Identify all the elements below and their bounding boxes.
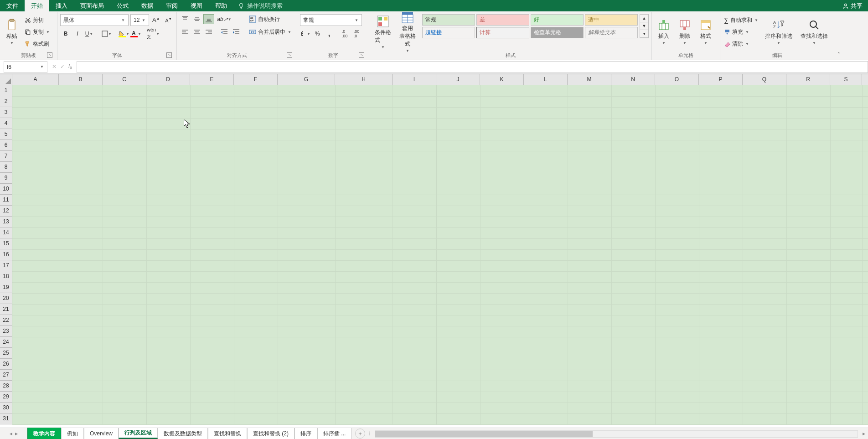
sheet-tab-8[interactable]: 排序插 ... (317, 428, 351, 439)
row-header-19[interactable]: 19 (0, 282, 12, 293)
sheet-nav-next[interactable]: ▸ (15, 430, 18, 437)
sheet-tab-4[interactable]: 数据及数据类型 (158, 428, 208, 439)
comma-button[interactable]: , (324, 29, 335, 39)
clear-button[interactable]: 清除▼ (723, 39, 760, 49)
tab-insert[interactable]: 插入 (49, 0, 74, 11)
styles-scroll-down[interactable]: ▼ (640, 22, 648, 30)
row-header-28[interactable]: 28 (0, 381, 12, 392)
style-normal[interactable]: 常规 (422, 14, 475, 26)
column-header-M[interactable]: M (568, 74, 611, 85)
column-header-F[interactable]: F (234, 74, 278, 85)
column-header-N[interactable]: N (611, 74, 655, 85)
delete-cells-button[interactable]: 删除▼ (676, 14, 694, 50)
sheet-tab-5[interactable]: 查找和替换 (208, 428, 247, 439)
fill-button[interactable]: 填充▼ (723, 27, 760, 37)
tab-formula[interactable]: 公式 (110, 0, 135, 11)
sheet-tab-3[interactable]: 行列及区域 (119, 428, 158, 439)
horizontal-scrollbar[interactable] (375, 429, 858, 438)
sheet-nav-prev[interactable]: ◂ (10, 430, 12, 437)
share-button[interactable]: 共享 (842, 2, 863, 10)
tell-me-search[interactable]: 操作说明搜索 (238, 2, 283, 10)
column-header-P[interactable]: P (699, 74, 743, 85)
decrease-decimal-button[interactable]: .00.0 (351, 29, 362, 39)
sheet-tab-7[interactable]: 排序 (294, 428, 317, 439)
accounting-format-button[interactable]: ₿▼ (300, 29, 311, 39)
row-header-2[interactable]: 2 (0, 96, 12, 107)
increase-indent-button[interactable] (231, 27, 242, 37)
style-neutral[interactable]: 适中 (585, 14, 638, 26)
paste-button[interactable]: 粘贴 ▼ (3, 14, 21, 50)
row-header-18[interactable]: 18 (0, 271, 12, 282)
font-color-button[interactable]: A▼ (130, 29, 141, 39)
sort-filter-button[interactable]: AZ 排序和筛选▼ (762, 14, 795, 50)
sheet-tab-0[interactable]: 教学内容 (27, 428, 61, 439)
increase-decimal-button[interactable]: .0.00 (339, 29, 350, 39)
sheet-tab-6[interactable]: 查找和替换 (2) (247, 428, 294, 439)
column-header-A[interactable]: A (12, 74, 59, 85)
font-name-select[interactable]: 黑体▼ (60, 14, 129, 26)
insert-cells-button[interactable]: 插入▼ (655, 14, 673, 50)
row-header-8[interactable]: 8 (0, 162, 12, 173)
tab-data[interactable]: 数据 (135, 0, 160, 11)
column-header-J[interactable]: J (436, 74, 480, 85)
row-header-13[interactable]: 13 (0, 217, 12, 227)
row-header-11[interactable]: 11 (0, 195, 12, 206)
sheet-tab-2[interactable]: Overview (84, 428, 119, 439)
number-dialog-launcher[interactable]: ⤡ (359, 52, 364, 58)
row-header-9[interactable]: 9 (0, 173, 12, 184)
row-header-27[interactable]: 27 (0, 370, 12, 381)
percent-button[interactable]: % (312, 29, 323, 39)
decrease-font-button[interactable]: A▼ (163, 15, 174, 25)
align-center-button[interactable] (191, 27, 202, 37)
align-left-button[interactable] (180, 27, 191, 37)
column-header-O[interactable]: O (655, 74, 699, 85)
font-dialog-launcher[interactable]: ⤡ (166, 52, 172, 58)
cancel-formula-button[interactable]: ✕ (52, 63, 57, 70)
format-cells-button[interactable]: 格式▼ (697, 14, 715, 50)
row-header-7[interactable]: 7 (0, 151, 12, 162)
tab-help[interactable]: 帮助 (209, 0, 233, 11)
decrease-indent-button[interactable] (219, 27, 230, 37)
align-right-button[interactable] (203, 27, 214, 37)
new-sheet-button[interactable]: ＋ (355, 429, 365, 439)
row-header-3[interactable]: 3 (0, 107, 12, 118)
column-header-E[interactable]: E (190, 74, 234, 85)
align-bottom-button[interactable] (203, 14, 214, 24)
row-header-10[interactable]: 10 (0, 184, 12, 195)
style-explanatory[interactable]: 解释性文本 (585, 27, 638, 38)
row-header-17[interactable]: 17 (0, 260, 12, 271)
style-bad[interactable]: 差 (476, 14, 529, 26)
tab-review[interactable]: 审阅 (160, 0, 184, 11)
cut-button[interactable]: 剪切 (24, 15, 51, 25)
row-header-12[interactable]: 12 (0, 206, 12, 217)
scroll-right-button[interactable]: ▸ (863, 430, 865, 437)
column-header-B[interactable]: B (59, 74, 103, 85)
column-header-D[interactable]: D (146, 74, 190, 85)
fill-color-button[interactable]: ▼ (119, 29, 129, 39)
styles-scroll-up[interactable]: ▲ (640, 15, 648, 22)
underline-button[interactable]: U▼ (84, 29, 95, 39)
align-middle-button[interactable] (191, 14, 202, 24)
style-check-cell[interactable]: 检查单元格 (531, 27, 584, 38)
find-select-button[interactable]: 查找和选择▼ (798, 14, 831, 50)
select-all-button[interactable] (0, 74, 12, 85)
format-as-table-button[interactable]: 套用 表格格式▼ (397, 14, 418, 50)
row-header-21[interactable]: 21 (0, 304, 12, 315)
row-header-22[interactable]: 22 (0, 315, 12, 326)
column-header-I[interactable]: I (393, 74, 436, 85)
worksheet-grid[interactable] (12, 85, 868, 424)
collapse-ribbon-button[interactable]: ˄ (837, 52, 840, 58)
tab-file[interactable]: 文件 (0, 0, 25, 11)
styles-more[interactable]: ▾ (640, 30, 648, 38)
border-button[interactable]: ▼ (101, 29, 112, 39)
column-header-K[interactable]: K (480, 74, 524, 85)
row-header-26[interactable]: 26 (0, 359, 12, 370)
fx-button[interactable]: fx (68, 63, 72, 70)
row-header-6[interactable]: 6 (0, 140, 12, 151)
tab-layout[interactable]: 页面布局 (74, 0, 110, 11)
row-header-5[interactable]: 5 (0, 129, 12, 140)
style-calculation[interactable]: 计算 (476, 27, 529, 38)
style-good[interactable]: 好 (531, 14, 584, 26)
enter-formula-button[interactable]: ✓ (60, 63, 65, 70)
row-header-30[interactable]: 30 (0, 403, 12, 413)
